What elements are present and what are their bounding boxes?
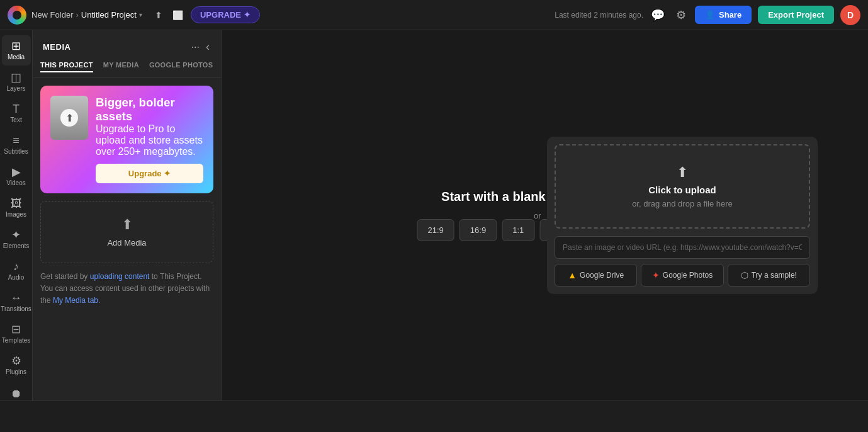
upload-arrow-icon: ⬆ bbox=[60, 109, 78, 127]
aspect-ratio-1-1[interactable]: 1:1 bbox=[502, 219, 534, 241]
my-media-tab-link[interactable]: My Media tab bbox=[53, 296, 98, 305]
upgrade-banner-inner: ⬆ Bigger, bolder assets Upgrade to Pro t… bbox=[42, 87, 212, 192]
click-to-upload-text: Click to upload bbox=[648, 185, 716, 195]
add-media-label: Add Media bbox=[107, 238, 146, 247]
sidebar-item-plugins[interactable]: ⚙ Plugins bbox=[2, 350, 31, 380]
upload-service-buttons: ▲ Google Drive ✦ Google Photos ⬡ Try a s… bbox=[547, 264, 818, 294]
transitions-icon: ↔ bbox=[11, 292, 22, 304]
folder-name[interactable]: New Folder bbox=[31, 10, 73, 20]
sidebar-item-layers[interactable]: ◫ Layers bbox=[2, 67, 31, 97]
project-dropdown-icon[interactable]: ▾ bbox=[139, 11, 142, 18]
breadcrumb: New Folder › Untitled Project ▾ bbox=[31, 10, 142, 20]
media-panel-tabs: THIS PROJECT MY MEDIA GOOGLE PHOTOS bbox=[33, 61, 221, 78]
desktop-preview-button[interactable]: ⬜ bbox=[170, 8, 186, 23]
sidebar-item-elements[interactable]: ✦ Elements bbox=[2, 224, 31, 254]
plugins-icon: ⚙ bbox=[11, 355, 21, 367]
sidebar-item-images[interactable]: 🖼 Images bbox=[2, 193, 31, 223]
upgrade-banner-description: Upgrade to Pro to upload and store asset… bbox=[96, 123, 203, 157]
google-photos-icon: ✦ bbox=[652, 270, 660, 280]
share-button[interactable]: 👤 Share bbox=[695, 6, 752, 24]
user-avatar[interactable]: D bbox=[840, 5, 860, 25]
sidebar-item-transitions[interactable]: ↔ Transitions bbox=[2, 287, 31, 317]
elements-icon: ✦ bbox=[11, 229, 21, 241]
sample-icon: ⬡ bbox=[741, 270, 748, 280]
settings-button[interactable]: ⚙ bbox=[674, 6, 689, 25]
audio-icon: ♪ bbox=[13, 261, 19, 272]
upgrade-banner-button[interactable]: Upgrade ✦ bbox=[96, 164, 203, 183]
tab-this-project[interactable]: THIS PROJECT bbox=[40, 61, 93, 72]
upload-card: ⬆ Click to upload or, drag and drop a fi… bbox=[547, 137, 818, 294]
media-panel-more-button[interactable]: ··· bbox=[191, 42, 200, 53]
upload-content-link[interactable]: uploading content bbox=[90, 272, 150, 281]
record-icon: ⏺ bbox=[11, 388, 22, 399]
upgrade-button[interactable]: UPGRADE ✦ bbox=[191, 6, 260, 23]
upload-drop-zone[interactable]: ⬆ Click to upload or, drag and drop a fi… bbox=[555, 144, 810, 229]
upgrade-banner-title: Bigger, bolder assets bbox=[96, 96, 203, 123]
top-header: New Folder › Untitled Project ▾ ⬆ ⬜ UPGR… bbox=[0, 0, 868, 30]
app-logo[interactable] bbox=[8, 6, 26, 25]
sidebar-item-media[interactable]: ⊞ Media bbox=[2, 35, 31, 65]
try-sample-button[interactable]: ⬡ Try a sample! bbox=[728, 264, 810, 287]
google-drive-icon: ▲ bbox=[568, 270, 577, 280]
header-icons: ⬆ ⬜ bbox=[152, 8, 186, 23]
project-name[interactable]: Untitled Project bbox=[81, 10, 137, 20]
header-right-actions: 💬 ⚙ 👤 Share Export Project D bbox=[648, 5, 860, 25]
tab-google-photos[interactable]: GOOGLE PHOTOS bbox=[149, 61, 213, 72]
google-drive-button[interactable]: ▲ Google Drive bbox=[555, 264, 637, 287]
aspect-ratio-16-9[interactable]: 16:9 bbox=[459, 219, 497, 241]
text-icon: T bbox=[13, 103, 20, 115]
google-photos-button[interactable]: ✦ Google Photos bbox=[641, 264, 723, 287]
drag-drop-text: or, drag and drop a file here bbox=[632, 199, 733, 208]
last-edited-label: Last edited 2 minutes ago. bbox=[555, 11, 643, 20]
share-icon: 👤 bbox=[705, 10, 715, 20]
templates-icon: ⊟ bbox=[11, 324, 21, 335]
media-panel-title: MEDIA bbox=[43, 42, 70, 52]
main-layout: ⊞ Media ◫ Layers T Text ≡ Subtitles ▶ Vi… bbox=[0, 30, 868, 401]
sidebar-item-audio[interactable]: ♪ Audio bbox=[2, 256, 31, 286]
upload-arrow-icon: ⬆ bbox=[677, 164, 688, 181]
sidebar-item-text[interactable]: T Text bbox=[2, 98, 31, 128]
sidebar-item-templates[interactable]: ⊟ Templates bbox=[2, 319, 31, 349]
comments-button[interactable]: 💬 bbox=[648, 6, 667, 25]
bottom-bar bbox=[0, 401, 868, 432]
url-paste-input[interactable] bbox=[555, 236, 810, 259]
icon-sidebar: ⊞ Media ◫ Layers T Text ≡ Subtitles ▶ Vi… bbox=[0, 30, 33, 401]
subtitles-icon: ≡ bbox=[13, 135, 20, 146]
videos-icon: ▶ bbox=[12, 166, 21, 178]
export-button[interactable]: Export Project bbox=[758, 6, 834, 24]
media-panel-header: MEDIA ··· ‹ bbox=[33, 30, 221, 61]
upload-button[interactable]: ⬆ bbox=[152, 8, 165, 23]
images-icon: 🖼 bbox=[11, 198, 22, 209]
sidebar-item-subtitles[interactable]: ≡ Subtitles bbox=[2, 130, 31, 160]
or-text: or bbox=[534, 211, 541, 220]
aspect-ratio-21-9[interactable]: 21:9 bbox=[417, 219, 454, 241]
sidebar-item-record[interactable]: ⏺ Record bbox=[2, 383, 31, 401]
sidebar-item-videos[interactable]: ▶ Videos bbox=[2, 161, 31, 191]
add-media-icon: ⬆ bbox=[121, 217, 133, 233]
media-panel: MEDIA ··· ‹ THIS PROJECT MY MEDIA GOOGLE… bbox=[33, 30, 222, 401]
add-media-box[interactable]: ⬆ Add Media bbox=[40, 201, 213, 263]
canvas-area: Start with a blank canvas 21:9 16:9 1:1 … bbox=[225, 30, 868, 401]
breadcrumb-separator: › bbox=[76, 10, 78, 20]
tab-my-media[interactable]: MY MEDIA bbox=[103, 61, 139, 72]
media-help-text: Get started by uploading content to This… bbox=[40, 271, 213, 307]
upgrade-banner-text-block: Bigger, bolder assets Upgrade to Pro to … bbox=[96, 96, 203, 183]
media-panel-close-button[interactable]: ‹ bbox=[205, 39, 211, 55]
media-icon: ⊞ bbox=[11, 40, 21, 52]
upgrade-banner-image: ⬆ bbox=[50, 96, 88, 140]
layers-icon: ◫ bbox=[11, 72, 21, 83]
media-panel-content: ⬆ Bigger, bolder assets Upgrade to Pro t… bbox=[33, 78, 221, 401]
upgrade-banner: ⬆ Bigger, bolder assets Upgrade to Pro t… bbox=[40, 86, 213, 193]
